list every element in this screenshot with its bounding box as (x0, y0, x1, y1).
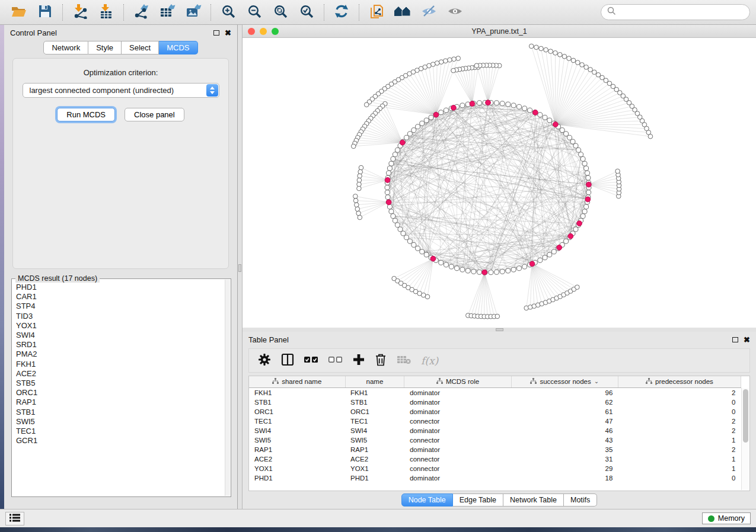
table-row[interactable]: FKH1FKH1dominator962 (249, 387, 741, 398)
result-node[interactable]: YOX1 (16, 321, 222, 331)
horizontal-splitter[interactable] (243, 328, 756, 332)
unselect-all-button[interactable] (328, 355, 343, 366)
result-node[interactable]: PHD1 (16, 283, 222, 292)
minimize-window-light[interactable] (260, 28, 267, 35)
column-header-mcds-role[interactable]: MCDS role (404, 376, 511, 387)
table-row[interactable]: STB1STB1dominator620 (249, 398, 741, 407)
table-row[interactable]: PHD1PHD1dominator180 (249, 473, 741, 483)
result-node[interactable]: TEC1 (16, 427, 222, 436)
float-table-panel-icon[interactable] (732, 337, 738, 342)
network-canvas[interactable] (243, 38, 756, 328)
column-header-shared-name[interactable]: shared name (249, 376, 345, 387)
cell-predecessor-nodes[interactable]: 0 (618, 407, 741, 416)
result-node[interactable]: STP4 (16, 302, 222, 311)
add-column-button[interactable] (353, 354, 365, 367)
optimization-criterion-select[interactable]: largest connected component (undirected) (23, 83, 219, 98)
cell-shared-name[interactable]: ORC1 (249, 407, 345, 416)
task-history-button[interactable] (5, 512, 24, 525)
tab-network-table[interactable]: Network Table (503, 493, 564, 507)
cell-successor-nodes[interactable]: 47 (511, 416, 618, 426)
result-node[interactable]: ACE2 (16, 369, 222, 379)
cell-shared-name[interactable]: TEC1 (249, 416, 345, 426)
tab-node-table[interactable]: Node Table (401, 493, 453, 507)
column-header-predecessor-nodes[interactable]: predecessor nodes (618, 376, 741, 387)
cell-successor-nodes[interactable]: 62 (511, 398, 618, 407)
vertical-splitter[interactable] (238, 25, 243, 509)
result-node[interactable]: GCR1 (16, 436, 222, 446)
cell-predecessor-nodes[interactable]: 2 (618, 387, 741, 398)
cell-successor-nodes[interactable]: 43 (511, 435, 618, 445)
result-node[interactable]: SWI5 (16, 417, 222, 427)
tab-style[interactable]: Style (88, 41, 122, 55)
cell-shared-name[interactable]: PHD1 (249, 473, 345, 483)
zoom-out-button[interactable] (241, 2, 267, 23)
table-scrollbar[interactable] (741, 388, 749, 490)
select-all-button[interactable] (304, 355, 318, 366)
cell-predecessor-nodes[interactable]: 0 (618, 473, 741, 483)
split-table-button[interactable] (281, 353, 294, 368)
result-node[interactable]: CAR1 (16, 292, 222, 302)
zoom-in-button[interactable] (215, 2, 241, 23)
cell-shared-name[interactable]: YOX1 (249, 464, 345, 473)
zoom-window-light[interactable] (272, 28, 279, 35)
close-panel-icon[interactable]: ✖ (225, 29, 231, 37)
cell-successor-nodes[interactable]: 96 (511, 387, 618, 398)
hide-selected-button[interactable] (416, 2, 442, 23)
result-node[interactable]: STB5 (16, 379, 222, 388)
cell-predecessor-nodes[interactable]: 1 (618, 435, 741, 445)
zoom-fit-button[interactable] (267, 2, 294, 23)
refresh-view-button[interactable] (328, 2, 355, 23)
cell-predecessor-nodes[interactable]: 2 (618, 445, 741, 454)
close-table-panel-icon[interactable]: ✖ (744, 336, 750, 344)
cell-name[interactable]: TEC1 (345, 416, 404, 426)
table-row[interactable]: YOX1YOX1connector291 (249, 464, 741, 473)
cell-shared-name[interactable]: FKH1 (249, 387, 345, 398)
table-settings-button[interactable] (258, 353, 271, 368)
cell-name[interactable]: ORC1 (345, 407, 404, 416)
memory-button[interactable]: Memory (702, 512, 751, 524)
cell-successor-nodes[interactable]: 31 (511, 454, 618, 464)
cell-successor-nodes[interactable]: 61 (511, 407, 618, 416)
export-image-button[interactable] (180, 2, 206, 23)
close-window-light[interactable] (248, 28, 255, 35)
cell-predecessor-nodes[interactable]: 2 (618, 416, 741, 426)
cell-mcds-role[interactable]: dominator (404, 407, 511, 416)
cell-name[interactable]: PHD1 (345, 473, 404, 483)
column-header-name[interactable]: name (345, 376, 404, 387)
result-node[interactable]: TID3 (16, 312, 222, 321)
horizontal-splitter-handle[interactable] (496, 328, 503, 331)
export-table-button[interactable] (154, 2, 180, 23)
tab-motifs[interactable]: Motifs (564, 493, 597, 507)
cell-mcds-role[interactable]: dominator (404, 473, 511, 483)
open-file-button[interactable] (6, 2, 32, 23)
table-row[interactable]: ACE2ACE2connector311 (249, 454, 741, 464)
cell-shared-name[interactable]: STB1 (249, 398, 345, 407)
function-builder-button[interactable]: f(x) (421, 355, 438, 367)
import-table-button[interactable] (93, 2, 119, 23)
cell-mcds-role[interactable]: dominator (404, 398, 511, 407)
export-network-button[interactable] (128, 2, 154, 23)
cell-name[interactable]: STB1 (345, 398, 404, 407)
cell-mcds-role[interactable]: connector (404, 435, 511, 445)
cell-mcds-role[interactable]: connector (404, 454, 511, 464)
float-panel-icon[interactable] (213, 30, 219, 36)
table-row[interactable]: ORC1ORC1dominator610 (249, 407, 741, 416)
cell-shared-name[interactable]: SWI4 (249, 426, 345, 435)
result-node[interactable]: ORC1 (16, 388, 222, 398)
result-list-scrollbar[interactable] (225, 280, 230, 496)
tab-select[interactable]: Select (122, 41, 159, 55)
result-node[interactable]: STB1 (16, 408, 222, 417)
cell-mcds-role[interactable]: connector (404, 416, 511, 426)
result-node[interactable]: SWI4 (16, 331, 222, 340)
cell-successor-nodes[interactable]: 35 (511, 445, 618, 454)
delete-column-button[interactable] (375, 353, 387, 368)
cell-shared-name[interactable]: RAP1 (249, 445, 345, 454)
network-graph[interactable] (243, 38, 756, 328)
cell-predecessor-nodes[interactable]: 2 (618, 426, 741, 435)
cell-mcds-role[interactable]: dominator (404, 426, 511, 435)
import-network-button[interactable] (67, 2, 93, 23)
splitter-handle[interactable] (238, 264, 241, 272)
cell-mcds-role[interactable]: connector (404, 464, 511, 473)
cell-name[interactable]: RAP1 (345, 445, 404, 454)
table-row[interactable]: SWI4SWI4dominator462 (249, 426, 741, 435)
